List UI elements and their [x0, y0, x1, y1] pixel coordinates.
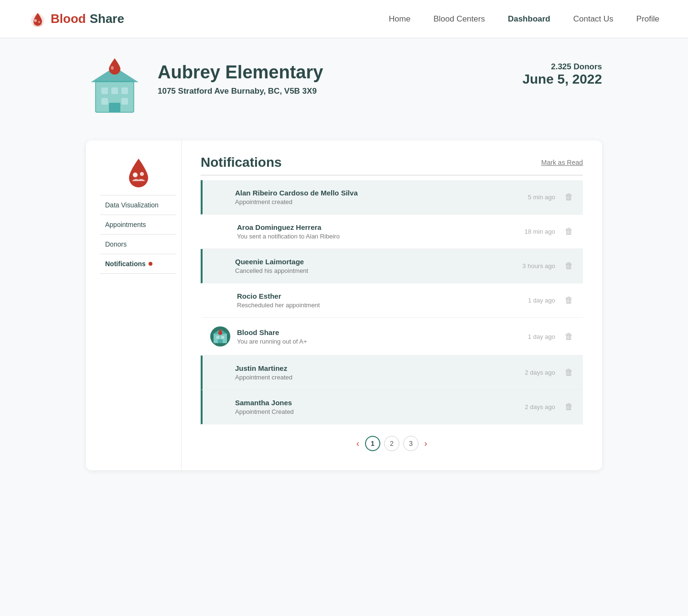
notification-time: 3 hours ago — [522, 262, 555, 270]
notification-message: Cancelled his appointment — [235, 267, 522, 274]
svg-rect-18 — [216, 336, 219, 339]
notification-body: Rocio Esther Rescheduled her appointment — [237, 292, 528, 309]
sidebar-item-donors[interactable]: Donors — [100, 235, 176, 254]
event-date: June 5, 2022 — [522, 72, 602, 87]
logo-icon — [29, 10, 47, 28]
notification-time: 1 day ago — [528, 297, 555, 304]
svg-rect-10 — [101, 98, 108, 105]
delete-notification-button[interactable]: 🗑 — [563, 330, 575, 344]
delete-notification-button[interactable]: 🗑 — [563, 293, 575, 307]
notification-item: Samantha Jones Appointment Created 2 day… — [201, 390, 583, 424]
svg-point-14 — [133, 173, 138, 177]
logo: BloodShare — [29, 10, 124, 28]
svg-rect-19 — [221, 336, 224, 339]
notification-body: Queenie Laimortage Cancelled his appoint… — [235, 258, 522, 274]
content-wrapper: Data Visualization Appointments Donors N… — [86, 140, 602, 470]
notification-time: 2 days ago — [525, 403, 555, 411]
notification-message: You are running out of A+ — [237, 338, 528, 345]
notification-body: Justin Martinez Appointment created — [235, 364, 525, 381]
notifications-header: Notifications Mark as Read — [201, 155, 583, 170]
notification-name: Rocio Esther — [237, 292, 528, 300]
header: BloodShare Home Blood Centers Dashboard … — [0, 0, 688, 38]
svg-point-13 — [111, 66, 114, 70]
main-container: Aubrey Elementary 1075 Stratford Ave Bur… — [57, 38, 631, 489]
page-3-button[interactable]: 3 — [403, 436, 419, 451]
notification-item: Blood Share You are running out of A+ 1 … — [201, 318, 583, 356]
nav-profile[interactable]: Profile — [636, 14, 659, 24]
svg-rect-11 — [121, 98, 128, 105]
sidebar-item-appointments[interactable]: Appointments — [100, 215, 176, 235]
institution-logo — [86, 57, 143, 121]
institution-section: Aubrey Elementary 1075 Stratford Ave Bur… — [86, 57, 602, 121]
bloodshare-avatar — [210, 326, 230, 346]
delete-notification-button[interactable]: 🗑 — [563, 190, 575, 204]
notification-body: Samantha Jones Appointment Created — [235, 399, 525, 415]
institution-stats: 2.325 Donors June 5, 2022 — [522, 57, 602, 87]
nav-contact[interactable]: Contact Us — [573, 14, 613, 24]
delete-notification-button[interactable]: 🗑 — [563, 366, 575, 379]
svg-point-2 — [34, 19, 37, 22]
page-2-button[interactable]: 2 — [384, 436, 399, 451]
sidebar-item-notifications[interactable]: Notifications — [100, 254, 176, 274]
notification-time: 18 min ago — [525, 228, 555, 235]
nav-blood-centers[interactable]: Blood Centers — [433, 14, 485, 24]
svg-rect-20 — [218, 339, 223, 343]
delete-notification-button[interactable]: 🗑 — [563, 259, 575, 273]
svg-rect-12 — [109, 103, 120, 112]
notification-message: Appointment created — [235, 374, 525, 381]
logo-blood-text: Blood — [51, 11, 86, 26]
mark-as-read-button[interactable]: Mark as Read — [541, 159, 583, 166]
pagination: ‹ 1 2 3 › — [201, 436, 583, 456]
notification-name: Queenie Laimortage — [235, 258, 522, 266]
page-1-button[interactable]: 1 — [365, 436, 380, 451]
notifications-title: Notifications — [201, 155, 282, 170]
notification-message: Appointment Created — [235, 408, 525, 415]
notification-name: Aroa Dominguez Herrera — [237, 223, 525, 231]
notification-message: Rescheduled her appointment — [237, 302, 528, 309]
notification-dot — [149, 262, 152, 266]
donors-count: 2.325 Donors — [522, 62, 602, 72]
notification-name: Blood Share — [237, 328, 528, 336]
notifications-panel: Notifications Mark as Read Alan Ribeiro … — [182, 140, 602, 470]
notification-time: 2 days ago — [525, 369, 555, 376]
building-icon — [86, 57, 143, 119]
notification-body: Blood Share You are running out of A+ — [237, 328, 528, 345]
notification-item: Queenie Laimortage Cancelled his appoint… — [201, 249, 583, 283]
notification-item: Aroa Dominguez Herrera You sent a notifi… — [201, 215, 583, 249]
delete-notification-button[interactable]: 🗑 — [563, 400, 575, 414]
sidebar: Data Visualization Appointments Donors N… — [86, 140, 182, 470]
notification-time: 5 min ago — [528, 194, 555, 201]
notification-body: Aroa Dominguez Herrera You sent a notifi… — [237, 223, 525, 240]
notification-item: Justin Martinez Appointment created 2 da… — [201, 356, 583, 390]
svg-rect-9 — [121, 87, 128, 94]
notification-body: Alan Ribeiro Cardoso de Mello Silva Appo… — [235, 189, 528, 205]
notification-item: Rocio Esther Rescheduled her appointment… — [201, 283, 583, 318]
sidebar-item-data-visualization[interactable]: Data Visualization — [100, 195, 176, 215]
svg-point-3 — [38, 21, 40, 23]
notifications-divider — [201, 175, 583, 175]
next-page-button[interactable]: › — [422, 439, 429, 449]
prev-page-button[interactable]: ‹ — [355, 439, 361, 449]
institution-address: 1075 Stratford Ave Burnaby, BC, V5B 3X9 — [158, 86, 508, 96]
svg-point-15 — [140, 172, 144, 176]
nav-dashboard[interactable]: Dashboard — [508, 14, 550, 24]
notification-name: Justin Martinez — [235, 364, 525, 372]
svg-rect-8 — [111, 87, 118, 94]
notification-time: 1 day ago — [528, 333, 555, 340]
notification-list: Alan Ribeiro Cardoso de Mello Silva Appo… — [201, 180, 583, 424]
logo-share-text: Share — [90, 11, 124, 26]
main-nav: Home Blood Centers Dashboard Contact Us … — [389, 14, 659, 24]
institution-info: Aubrey Elementary 1075 Stratford Ave Bur… — [158, 57, 508, 96]
notification-item: Alan Ribeiro Cardoso de Mello Silva Appo… — [201, 180, 583, 215]
notification-message: You sent a notification to Alan Ribeiro — [237, 233, 525, 240]
notification-name: Alan Ribeiro Cardoso de Mello Silva — [235, 189, 528, 197]
sidebar-avatar-icon — [119, 155, 158, 195]
svg-rect-7 — [101, 87, 108, 94]
notification-message: Appointment created — [235, 198, 528, 205]
sidebar-nav: Data Visualization Appointments Donors N… — [96, 195, 181, 274]
nav-home[interactable]: Home — [389, 14, 410, 24]
delete-notification-button[interactable]: 🗑 — [563, 225, 575, 238]
notification-name: Samantha Jones — [235, 399, 525, 407]
institution-name: Aubrey Elementary — [158, 62, 508, 83]
